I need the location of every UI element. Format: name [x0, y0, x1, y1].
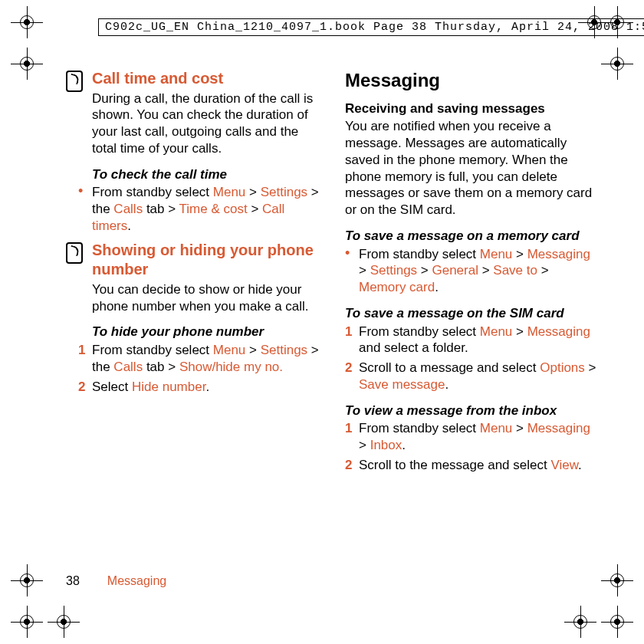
- procedure-list: 1 From standby select Menu > Settings > …: [66, 342, 319, 395]
- procedure-title: To save a message on a memory card: [345, 228, 598, 245]
- menu-path: Menu: [213, 185, 246, 199]
- registration-mark-icon: [17, 612, 37, 632]
- step-number: 2: [78, 379, 85, 396]
- list-item: 2 Scroll to a message and select Options…: [345, 360, 598, 393]
- step-text: From standby select: [92, 185, 213, 199]
- page-footer: 38Messaging: [66, 573, 166, 589]
- body-text: You can decide to show or hide your phon…: [92, 281, 319, 315]
- list-item: 1 From standby select Menu > Messaging >…: [345, 420, 598, 454]
- procedure-title: To check the call time: [66, 166, 319, 183]
- procedure-title: To view a message from the inbox: [345, 402, 598, 419]
- doc-build-header: C902c_UG_EN China_1210_4097_1.book Page …: [98, 18, 644, 36]
- left-column: Call time and cost During a call, the du…: [66, 69, 319, 589]
- footer-section-title: Messaging: [107, 574, 166, 587]
- right-column: Messaging Receiving and saving messages …: [345, 69, 598, 589]
- list-item: 1 From standby select Menu > Messaging a…: [345, 324, 598, 357]
- page-content: Call time and cost During a call, the du…: [66, 69, 598, 589]
- list-item: From standby select Menu > Messaging > S…: [345, 246, 598, 296]
- phone-signal-icon: [66, 71, 83, 92]
- procedure-list: From standby select Menu > Messaging > S…: [345, 246, 598, 296]
- list-item: 2 Scroll to the message and select View.: [345, 457, 598, 474]
- body-text: During a call, the duration of the call …: [92, 90, 319, 157]
- subsection-title: Receiving and saving messages: [345, 100, 598, 117]
- procedure-list: 1 From standby select Menu > Messaging a…: [345, 324, 598, 393]
- registration-mark-icon: [17, 570, 37, 590]
- step-number: 1: [78, 342, 85, 359]
- phone-signal-icon: [66, 242, 83, 264]
- registration-mark-icon: [607, 612, 627, 632]
- step-number: 2: [345, 457, 352, 474]
- list-item: 1 From standby select Menu > Settings > …: [78, 342, 319, 376]
- registration-mark-icon: [607, 54, 627, 74]
- page-title: Messaging: [345, 69, 598, 93]
- registration-mark-icon: [607, 12, 627, 32]
- step-number: 2: [345, 360, 352, 376]
- section-title: Call time and cost: [92, 69, 319, 89]
- section-call-time-cost: Call time and cost During a call, the du…: [66, 69, 319, 157]
- procedure-list: 1 From standby select Menu > Messaging >…: [345, 420, 598, 473]
- list-item: From standby select Menu > Settings > th…: [78, 184, 319, 234]
- section-show-hide-number: Showing or hiding your phone number You …: [66, 241, 319, 315]
- list-item: 2 Select Hide number.: [78, 379, 319, 396]
- section-title: Showing or hiding your phone number: [92, 241, 319, 280]
- registration-mark-icon: [570, 612, 590, 632]
- procedure-list: From standby select Menu > Settings > th…: [66, 184, 319, 234]
- procedure-title: To hide your phone number: [66, 324, 319, 340]
- registration-mark-icon: [54, 612, 74, 632]
- registration-mark-icon: [17, 12, 37, 32]
- step-number: 1: [345, 420, 352, 437]
- step-number: 1: [345, 324, 352, 340]
- procedure-title: To save a message on the SIM card: [345, 305, 598, 322]
- page-number: 38: [66, 574, 80, 587]
- body-text: You are notified when you receive a mess…: [345, 118, 598, 219]
- registration-mark-icon: [607, 570, 627, 590]
- registration-mark-icon: [17, 54, 37, 74]
